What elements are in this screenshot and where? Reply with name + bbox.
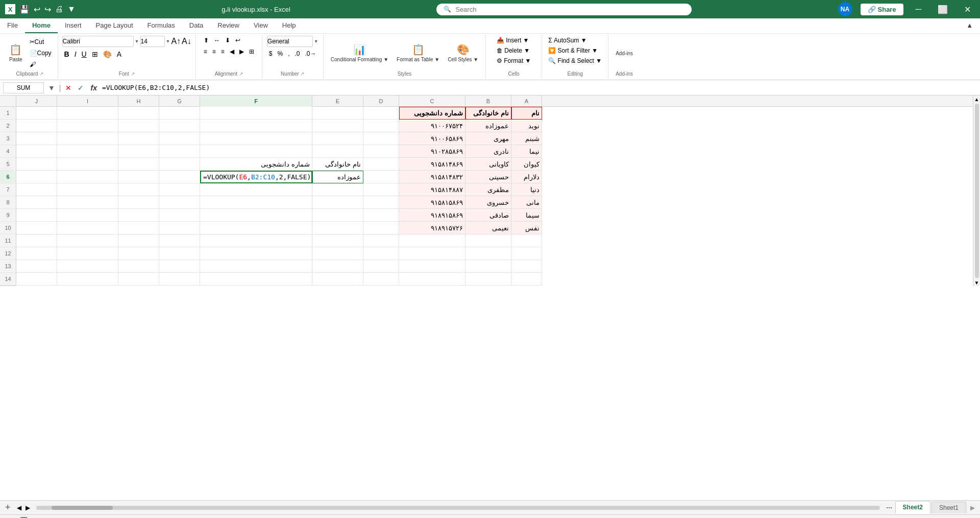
comma-button[interactable]: , bbox=[286, 49, 291, 58]
cell-f10[interactable] bbox=[200, 222, 312, 234]
tab-view[interactable]: View bbox=[247, 18, 275, 33]
formula-input[interactable] bbox=[102, 84, 977, 91]
format-as-table-button[interactable]: 📋 Format as Table ▼ bbox=[394, 42, 443, 64]
cell-d3[interactable] bbox=[363, 132, 399, 145]
redo-icon[interactable]: ↪ bbox=[44, 5, 51, 14]
save-icon[interactable]: 💾 bbox=[19, 5, 30, 14]
cell-g4[interactable] bbox=[159, 145, 200, 158]
cell-a8[interactable]: مانی bbox=[511, 196, 542, 209]
cell-d9[interactable] bbox=[363, 209, 399, 222]
italic-button[interactable]: I bbox=[72, 49, 79, 59]
row-14[interactable]: 14 bbox=[0, 273, 16, 286]
cell-h7[interactable] bbox=[118, 183, 159, 196]
cell-g3[interactable] bbox=[159, 132, 200, 145]
col-i-header[interactable]: I bbox=[57, 96, 118, 107]
cell-c1[interactable]: شماره دانشجویی bbox=[399, 107, 465, 120]
decimal-increase-button[interactable]: .0 bbox=[293, 49, 302, 58]
row-8[interactable]: 8 bbox=[0, 196, 16, 209]
clipboard-expand[interactable]: ↗ bbox=[39, 71, 43, 77]
cell-d5[interactable] bbox=[363, 158, 399, 171]
cell-e10[interactable] bbox=[312, 222, 363, 234]
cell-b14[interactable] bbox=[465, 273, 511, 286]
align-right-button[interactable]: ≡ bbox=[219, 47, 227, 56]
conditional-formatting-button[interactable]: 📊 Conditional Formatting ▼ bbox=[328, 42, 391, 64]
cell-e8[interactable] bbox=[312, 196, 363, 209]
align-top-button[interactable]: ⬆ bbox=[202, 36, 211, 45]
cell-b5[interactable]: کاویانی bbox=[465, 158, 511, 171]
cell-c10[interactable]: ۹۱۸۹۱۵۷۲۶ bbox=[399, 222, 465, 234]
cell-j1[interactable] bbox=[16, 107, 57, 120]
paste-button[interactable]: 📋 Paste bbox=[6, 42, 26, 64]
cell-g7[interactable] bbox=[159, 183, 200, 196]
cell-a2[interactable]: نوید bbox=[511, 120, 542, 132]
cell-j12[interactable] bbox=[16, 247, 57, 260]
cell-d14[interactable] bbox=[363, 273, 399, 286]
cell-h10[interactable] bbox=[118, 222, 159, 234]
cell-a3[interactable]: شبنم bbox=[511, 132, 542, 145]
cell-d1[interactable] bbox=[363, 107, 399, 120]
cell-c13[interactable] bbox=[399, 260, 465, 273]
bold-button[interactable]: B bbox=[62, 49, 71, 59]
cell-h1[interactable] bbox=[118, 107, 159, 120]
cancel-formula-button[interactable]: ✕ bbox=[63, 83, 74, 93]
cell-h2[interactable] bbox=[118, 120, 159, 132]
cell-b1[interactable]: نام خانوادگی bbox=[465, 107, 511, 120]
merge-center-button[interactable]: ⊞ bbox=[247, 47, 256, 56]
decrease-font-button[interactable]: A↓ bbox=[182, 37, 191, 46]
cell-a12[interactable] bbox=[511, 247, 542, 260]
cell-e1[interactable] bbox=[312, 107, 363, 120]
border-button[interactable]: ⊞ bbox=[90, 49, 100, 59]
tab-insert[interactable]: Insert bbox=[58, 18, 89, 33]
cell-a4[interactable]: نیما bbox=[511, 145, 542, 158]
page-layout-view-button[interactable]: ⊞ bbox=[880, 516, 888, 519]
decrease-indent-button[interactable]: ◀ bbox=[228, 47, 236, 56]
align-bottom-button[interactable]: ⬇ bbox=[223, 36, 232, 45]
insert-cells-button[interactable]: 📥 Insert ▼ bbox=[495, 36, 531, 45]
tab-formulas[interactable]: Formulas bbox=[140, 18, 182, 33]
cell-c3[interactable]: ۹۱۰۰۶۵۸۶۹ bbox=[399, 132, 465, 145]
cell-d11[interactable] bbox=[363, 234, 399, 247]
cell-f12[interactable] bbox=[200, 247, 312, 260]
undo-icon[interactable]: ↩ bbox=[34, 5, 40, 14]
cell-styles-button[interactable]: 🎨 Cell Styles ▼ bbox=[445, 42, 481, 64]
tab-file[interactable]: File bbox=[0, 18, 25, 33]
cell-b11[interactable] bbox=[465, 234, 511, 247]
cell-j9[interactable] bbox=[16, 209, 57, 222]
cell-g6[interactable] bbox=[159, 171, 200, 183]
cell-i7[interactable] bbox=[57, 183, 118, 196]
cell-g2[interactable] bbox=[159, 120, 200, 132]
cell-g8[interactable] bbox=[159, 196, 200, 209]
more-sheets-button[interactable]: ⋯ bbox=[884, 504, 894, 511]
confirm-formula-button[interactable]: ✓ bbox=[76, 83, 86, 93]
cell-c6[interactable]: ۹۱۵۸۱۴۸۳۲ bbox=[399, 171, 465, 183]
cell-d13[interactable] bbox=[363, 260, 399, 273]
cell-i1[interactable] bbox=[57, 107, 118, 120]
cell-d7[interactable] bbox=[363, 183, 399, 196]
cell-f1[interactable] bbox=[200, 107, 312, 120]
cell-c9[interactable]: ۹۱۸۹۱۵۸۶۹ bbox=[399, 209, 465, 222]
fill-button[interactable]: 🔽 Sort & Filter ▼ bbox=[546, 46, 600, 55]
cell-c12[interactable] bbox=[399, 247, 465, 260]
cut-button[interactable]: ✂ Cut bbox=[28, 37, 54, 46]
format-painter-button[interactable]: 🖌 bbox=[28, 60, 54, 69]
cell-c8[interactable]: ۹۱۵۸۱۵۸۶۹ bbox=[399, 196, 465, 209]
tab-data[interactable]: Data bbox=[182, 18, 210, 33]
increase-font-button[interactable]: A↑ bbox=[171, 37, 181, 46]
col-j-header[interactable]: J bbox=[16, 96, 57, 107]
cell-a6[interactable]: دلارام bbox=[511, 171, 542, 183]
cell-a14[interactable] bbox=[511, 273, 542, 286]
cell-j4[interactable] bbox=[16, 145, 57, 158]
cell-e4[interactable] bbox=[312, 145, 363, 158]
cell-b13[interactable] bbox=[465, 260, 511, 273]
cell-b8[interactable]: خسروی bbox=[465, 196, 511, 209]
cell-c7[interactable]: ۹۱۵۸۱۴۸۸۷ bbox=[399, 183, 465, 196]
cell-d12[interactable] bbox=[363, 247, 399, 260]
row-9[interactable]: 9 bbox=[0, 209, 16, 222]
cell-a11[interactable] bbox=[511, 234, 542, 247]
sheet-tab-sheet2[interactable]: Sheet2 bbox=[895, 501, 930, 514]
cell-i14[interactable] bbox=[57, 273, 118, 286]
font-size-input[interactable] bbox=[140, 36, 165, 47]
row-4[interactable]: 4 bbox=[0, 145, 16, 158]
cell-b6[interactable]: حسینی bbox=[465, 171, 511, 183]
decimal-decrease-button[interactable]: .0→ bbox=[303, 49, 318, 58]
